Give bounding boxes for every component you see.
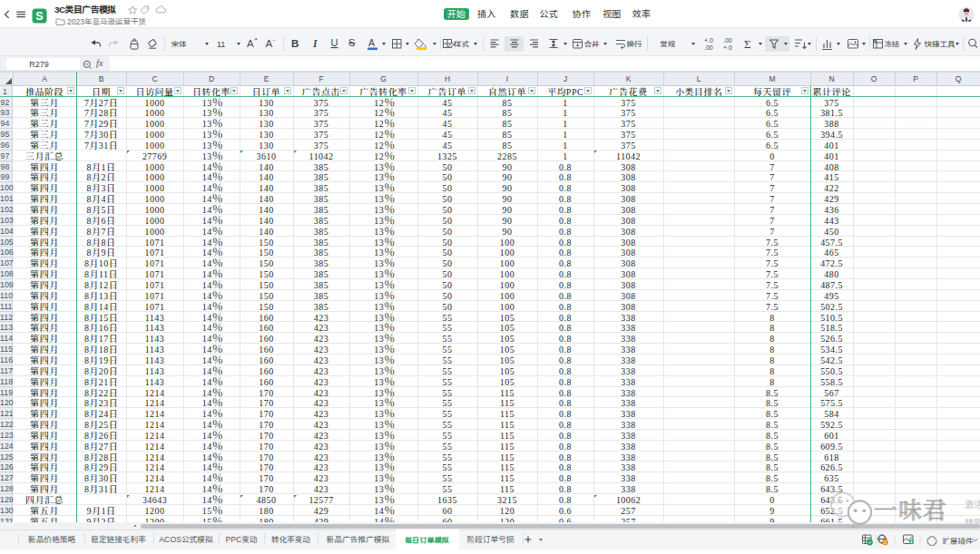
svg-text:0: 0 [884,539,887,545]
svg-text:+.0: +.0 [704,37,713,44]
svg-text:.00: .00 [723,37,732,44]
svg-text:+: + [254,36,258,43]
svg-text:.00: .00 [704,44,713,51]
svg-text:A: A [247,38,254,49]
svg-text:B: B [291,38,299,49]
svg-text:S: S [35,10,43,23]
svg-text:+.0: +.0 [723,44,732,51]
svg-text:U: U [331,37,338,48]
svg-text:A: A [266,38,273,49]
svg-text:Σ: Σ [744,37,751,51]
svg-text:A: A [368,37,375,48]
svg-text:I: I [312,38,318,49]
svg-text:-: - [273,36,276,43]
svg-text:S: S [348,37,355,48]
